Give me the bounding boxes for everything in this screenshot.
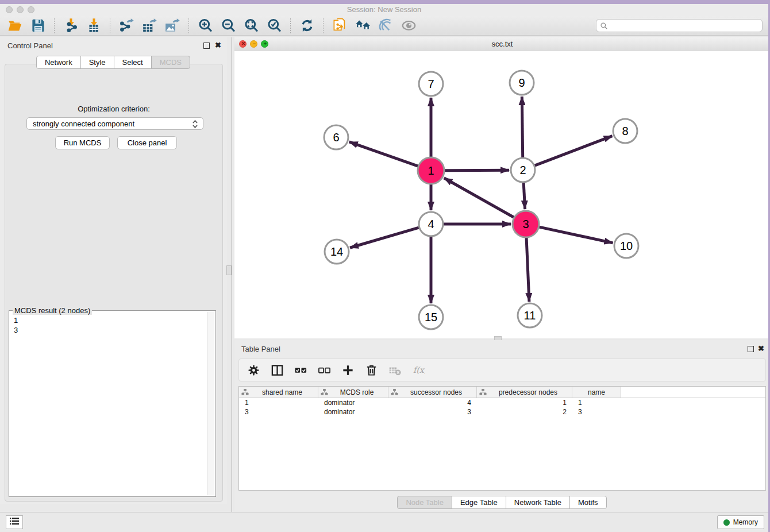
tab-select[interactable]: Select	[114, 56, 152, 69]
criterion-dropdown[interactable]: strongly connected component	[26, 117, 203, 130]
mcds-panel: Optimization criterion: strongly connect…	[5, 64, 223, 502]
graph-node-2[interactable]: 2	[511, 158, 535, 182]
tab-network[interactable]: Network	[36, 56, 81, 69]
edge-2-3[interactable]	[523, 183, 525, 209]
search-input[interactable]	[608, 20, 762, 32]
toolbar-separator	[54, 18, 55, 33]
edge-3-1[interactable]	[444, 178, 514, 217]
svg-text:15: 15	[425, 311, 437, 323]
graph-node-6[interactable]: 6	[324, 125, 348, 149]
column-header-successor-nodes[interactable]: successor nodes	[388, 387, 477, 398]
graph-node-9[interactable]: 9	[510, 71, 534, 95]
session-title: Session: New Session	[0, 5, 768, 14]
graph-node-1[interactable]: 1	[418, 157, 444, 184]
import-table-icon[interactable]	[84, 17, 103, 34]
delete-row-icon[interactable]	[364, 363, 379, 377]
list-icon	[9, 516, 20, 528]
edge-2-9[interactable]	[522, 97, 522, 157]
table-row[interactable]: 1dominator411	[239, 398, 765, 407]
table-header-row: shared nameMCDS rolesuccessor nodesprede…	[239, 387, 765, 398]
float-panel-icon[interactable]	[203, 43, 210, 49]
close-panel-button[interactable]: Close panel	[117, 136, 177, 149]
memory-label: Memory	[733, 518, 758, 526]
show-eye-icon[interactable]	[399, 17, 418, 34]
save-icon[interactable]	[28, 17, 48, 34]
svg-text:3: 3	[522, 218, 529, 230]
tab-motifs[interactable]: Motifs	[569, 496, 607, 509]
graph-node-4[interactable]: 4	[419, 212, 443, 236]
edge-1-6[interactable]	[349, 142, 418, 166]
zoom-fit-icon[interactable]	[241, 17, 261, 34]
column-header-mcds-role[interactable]: MCDS role	[318, 387, 388, 398]
svg-text:8: 8	[622, 125, 628, 137]
home-icon[interactable]	[353, 17, 372, 34]
tab-network-table[interactable]: Network Table	[506, 496, 570, 509]
zoom-out-icon[interactable]	[218, 17, 238, 34]
svg-text:1: 1	[428, 164, 434, 177]
table-tabs: Node TableEdge TableNetwork TableMotifs	[234, 496, 770, 509]
float-table-panel-icon[interactable]	[748, 346, 754, 352]
open-folder-icon[interactable]	[5, 17, 25, 34]
table-panel-title: Table Panel	[241, 345, 280, 353]
graph-node-11[interactable]: 11	[518, 303, 542, 327]
edge-1-2[interactable]	[445, 170, 509, 171]
duplicate-network-icon[interactable]	[330, 17, 349, 34]
tab-node-table[interactable]: Node Table	[397, 496, 452, 509]
hide-neighbors-icon[interactable]	[376, 17, 395, 34]
graph-node-10[interactable]: 10	[614, 234, 638, 258]
cell-name: 1	[572, 399, 621, 407]
export-table-icon[interactable]	[140, 17, 159, 34]
graph-node-3[interactable]: 3	[513, 211, 539, 237]
column-header-name[interactable]: name	[572, 387, 621, 398]
memory-button[interactable]: Memory	[717, 515, 764, 529]
deselect-all-icon[interactable]	[317, 363, 332, 377]
svg-text:14: 14	[330, 245, 343, 258]
graph-node-14[interactable]: 14	[325, 240, 349, 264]
column-header-shared-name[interactable]: shared name	[239, 387, 318, 398]
close-panel-icon[interactable]: ✖	[215, 42, 221, 48]
graph-node-8[interactable]: 8	[613, 119, 637, 143]
table-panel: Table Panel ✖ f(x) shared nameMCDS roles…	[234, 340, 770, 511]
refresh-layout-icon[interactable]	[297, 17, 317, 34]
edge-2-8[interactable]	[535, 136, 613, 166]
graph-node-7[interactable]: 7	[419, 72, 443, 96]
cell-mcds-role: dominator	[318, 408, 388, 416]
network-graph: 7968124314101511	[234, 51, 770, 338]
tab-edge-table[interactable]: Edge Table	[452, 496, 506, 509]
table-toolbar: f(x)	[238, 358, 766, 381]
edge-4-14[interactable]	[350, 228, 419, 248]
mcds-result-title: MCDS result (2 nodes)	[13, 306, 92, 315]
zoom-selected-icon[interactable]	[264, 17, 284, 34]
sort-tree-icon	[321, 388, 328, 396]
criterion-value: strongly connected component	[33, 119, 134, 128]
zoom-in-icon[interactable]	[195, 17, 215, 34]
gear-icon[interactable]	[246, 363, 261, 377]
cell-mcds-role: dominator	[318, 399, 388, 407]
task-history-button[interactable]	[6, 515, 23, 529]
tab-style[interactable]: Style	[80, 56, 114, 69]
control-panel-header: Control Panel ✖	[0, 37, 227, 53]
close-table-panel-icon[interactable]: ✖	[758, 345, 764, 352]
sort-tree-icon	[479, 388, 487, 396]
table-row[interactable]: 3dominator323	[239, 407, 765, 417]
vertical-splitter[interactable]	[232, 37, 232, 512]
export-network-icon[interactable]	[117, 17, 136, 34]
add-row-icon[interactable]	[340, 363, 355, 377]
export-image-icon[interactable]	[163, 17, 182, 34]
select-all-icon[interactable]	[293, 363, 308, 377]
import-network-icon[interactable]	[61, 17, 80, 34]
toolbar-separator	[323, 18, 324, 33]
run-mcds-button[interactable]: Run MCDS	[55, 136, 110, 149]
graph-node-15[interactable]: 15	[419, 305, 443, 329]
result-scrollbar[interactable]	[207, 312, 214, 495]
network-canvas[interactable]: 7968124314101511	[234, 51, 770, 338]
svg-text:9: 9	[518, 76, 525, 89]
splitter-handle[interactable]	[226, 265, 232, 275]
columns-icon[interactable]	[270, 363, 284, 377]
edge-3-10[interactable]	[539, 227, 613, 243]
tab-mcds[interactable]: MCDS	[151, 56, 190, 69]
sort-tree-icon	[241, 388, 249, 396]
edge-3-11[interactable]	[526, 238, 529, 302]
column-header-predecessor-nodes[interactable]: predecessor nodes	[477, 387, 572, 398]
svg-text:4: 4	[428, 218, 434, 230]
